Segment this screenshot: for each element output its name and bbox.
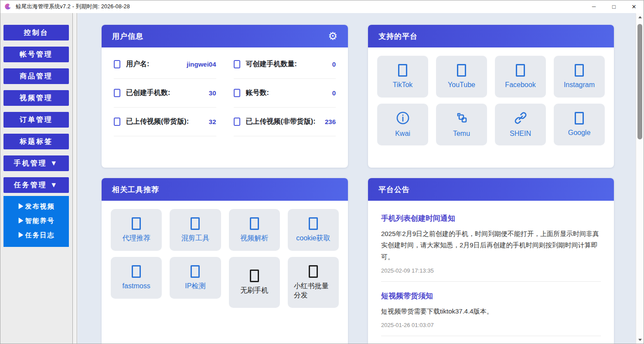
main-content: 用户信息 ⚙ 用户名: jingwei04 可创建手机数量: 0 已创建手机数:… (78, 13, 636, 344)
proxy-icon (132, 217, 141, 230)
sidebar-scrollbar[interactable] (72, 13, 77, 344)
platform-tile-kwai[interactable]: Kwai (377, 104, 428, 145)
username-value: jingwei04 (187, 61, 216, 68)
sidebar-item-tasks[interactable]: 任务管理 ▼ (3, 177, 69, 193)
announcements-card-header: 平台公告 (368, 178, 614, 201)
platform-tile-temu[interactable]: Temu (436, 104, 487, 145)
app-logo-icon (4, 3, 12, 10)
user-info-card: 用户信息 ⚙ 用户名: jingwei04 可创建手机数量: 0 已创建手机数:… (102, 25, 348, 168)
tools-card-title: 相关工具推荐 (112, 185, 159, 195)
announcement-title[interactable]: 手机列表创建时间通知 (381, 213, 601, 223)
creatable-phones-value: 0 (332, 61, 336, 68)
created-phones-value: 30 (209, 89, 216, 97)
user-field-icon (114, 60, 120, 68)
creatable-phones-label: 可创建手机数量: (246, 60, 297, 69)
sidebar-item-accounts[interactable]: 帐号管理 (3, 47, 69, 62)
instagram-icon (575, 64, 584, 77)
google-icon (575, 112, 584, 125)
maximize-button[interactable]: □ (604, 0, 624, 13)
uploaded-commerce-value: 32 (209, 118, 216, 125)
tool-tile-fastmoss[interactable]: fastmoss (111, 257, 162, 299)
created-phones-label: 已创建手机数: (126, 88, 170, 98)
tool-tile-xiaohongshu-batch[interactable]: 小红书批量分发 (288, 257, 339, 308)
platform-tile-instagram[interactable]: Instagram (554, 56, 605, 98)
platform-tile-youtube[interactable]: YouTube (436, 56, 487, 98)
sidebar-item-phones[interactable]: 手机管理 ▼ (3, 155, 69, 171)
tools-card: 相关工具推荐 代理推荐 混剪工具 视频解析 cookie获取 fastmoss (102, 178, 348, 344)
tool-tile-no-brush-phone[interactable]: 无刷手机 (229, 257, 280, 308)
close-button[interactable]: ✕ (624, 0, 644, 13)
account-count-value: 0 (332, 89, 336, 97)
info-circle-icon (395, 111, 410, 125)
ip-check-icon (191, 265, 200, 278)
submenu-item-publish-video[interactable]: ▶发布视频 (3, 199, 69, 214)
sidebar-item-orders[interactable]: 订单管理 (3, 112, 69, 128)
submenu-item-task-log[interactable]: ▶任务日志 (3, 228, 69, 243)
tools-grid: 代理推荐 混剪工具 视频解析 cookie获取 fastmoss IP检测 (102, 201, 348, 316)
facebook-icon (516, 64, 525, 77)
tool-tile-ip-check[interactable]: IP检测 (170, 257, 221, 299)
announcements-card-title: 平台公告 (378, 185, 410, 195)
announcement-title[interactable]: 短视频带货须知 (381, 291, 601, 301)
sidebar-item-console[interactable]: 控制台 (3, 25, 69, 40)
scrollbar-thumb[interactable] (637, 24, 642, 139)
sidebar: 控制台 帐号管理 商品管理 视频管理 订单管理 标题标签 手机管理 ▼ 任务管理… (0, 13, 72, 344)
scroll-down-arrow-icon[interactable] (636, 336, 644, 344)
user-info-row: 可创建手机数量: 0 (234, 50, 336, 79)
tool-tile-cookie[interactable]: cookie获取 (288, 209, 339, 251)
announcement-date: 2025-01-26 01:03:07 (381, 322, 601, 328)
announcements-list: 手机列表创建时间通知 2025年2月9日之前创建的手机，时间到期便不能打开，上面… (368, 201, 614, 344)
user-field-icon (234, 89, 240, 97)
user-info-row: 用户名: jingwei04 (114, 50, 216, 79)
window-title: 鲸尾出海管理系统v7.2 - 到期时间: 2026-08-28 (16, 3, 130, 10)
user-info-row: 已创建手机数: 30 (114, 79, 216, 108)
uploaded-commerce-label: 已上传视频(带货版): (126, 117, 189, 126)
tool-tile-proxy[interactable]: 代理推荐 (111, 209, 162, 251)
sidebar-item-products[interactable]: 商品管理 (3, 68, 69, 84)
window-controls: ─ □ ✕ (584, 0, 644, 13)
video-parse-icon (250, 217, 259, 230)
gear-icon[interactable]: ⚙ (328, 31, 337, 41)
announcement-body: 短视频带货需要下载tiktok37.4.4版本。 (381, 306, 601, 317)
user-info-card-header: 用户信息 ⚙ (102, 25, 348, 47)
user-info-row: 账号数: 0 (234, 79, 336, 108)
tool-tile-video-parse[interactable]: 视频解析 (229, 209, 280, 251)
user-info-row: 已上传视频(非带货版): 236 (234, 108, 336, 136)
tiktok-icon (398, 64, 407, 77)
xiaohongshu-batch-icon (309, 265, 318, 278)
user-info-grid: 用户名: jingwei04 可创建手机数量: 0 已创建手机数: 30 账号数… (102, 47, 348, 136)
no-brush-phone-icon (250, 270, 259, 282)
platform-tile-facebook[interactable]: Facebook (495, 56, 546, 98)
announcement-item: 短视频带货须知 短视频带货需要下载tiktok37.4.4版本。 2025-01… (381, 282, 601, 336)
main-scrollbar[interactable] (636, 13, 644, 344)
platform-tile-google[interactable]: Google (554, 104, 605, 145)
youtube-icon (457, 64, 466, 77)
minimize-button[interactable]: ─ (584, 0, 604, 13)
user-info-card-title: 用户信息 (112, 31, 143, 41)
user-field-icon (234, 60, 240, 68)
sidebar-item-tags[interactable]: 标题标签 (3, 134, 69, 149)
platform-tile-tiktok[interactable]: TikTok (377, 56, 428, 98)
announcement-date: 2025-02-09 17:13:35 (381, 267, 601, 274)
platform-tile-shein[interactable]: SHEIN (495, 104, 546, 145)
scroll-up-arrow-icon[interactable] (636, 13, 644, 21)
submenu-item-smart-nurture[interactable]: ▶智能养号 (3, 214, 69, 228)
announcements-card: 平台公告 手机列表创建时间通知 2025年2月9日之前创建的手机，时间到期便不能… (368, 178, 614, 344)
titlebar: 鲸尾出海管理系统v7.2 - 到期时间: 2026-08-28 ─ □ ✕ (0, 0, 644, 13)
uploaded-noncommerce-value: 236 (325, 118, 336, 125)
platforms-card-header: 支持的平台 (368, 25, 614, 47)
cookie-icon (309, 217, 318, 230)
platforms-grid: TikTok YouTube Facebook Instagram (368, 47, 614, 154)
chain-link-icon (513, 111, 528, 125)
linked-squares-icon (454, 111, 469, 125)
account-count-label: 账号数: (246, 88, 269, 98)
tool-tile-mixcut[interactable]: 混剪工具 (170, 209, 221, 251)
sidebar-item-videos[interactable]: 视频管理 (3, 90, 69, 106)
platforms-card: 支持的平台 TikTok YouTube Facebook Instagram (368, 25, 614, 168)
user-field-icon (114, 118, 120, 126)
platforms-card-title: 支持的平台 (378, 31, 418, 41)
tools-card-header: 相关工具推荐 (102, 178, 348, 201)
user-info-row: 已上传视频(带货版): 32 (114, 108, 216, 136)
tasks-submenu: ▶发布视频 ▶智能养号 ▶任务日志 (3, 196, 69, 247)
username-label: 用户名: (126, 60, 149, 69)
